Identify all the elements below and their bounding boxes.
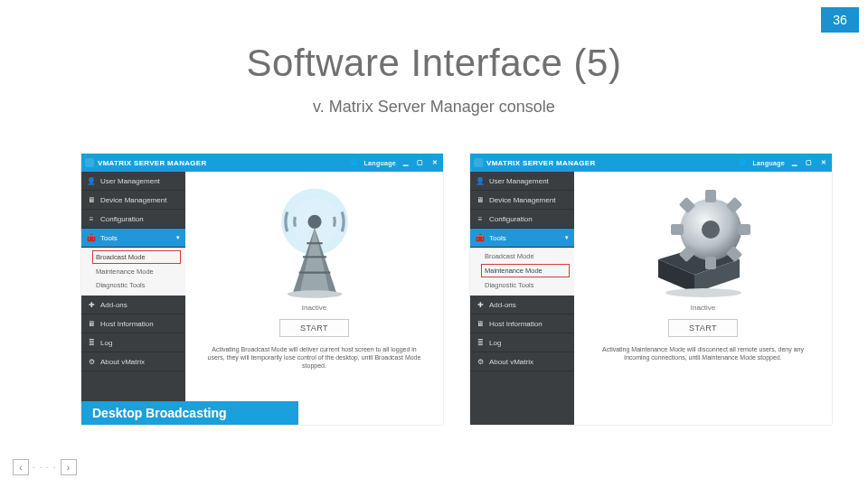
language-label[interactable]: Language xyxy=(753,160,785,166)
broadcast-tower-illustration xyxy=(247,183,382,300)
panel-caption: Desktop Broadcasting xyxy=(81,401,298,425)
submenu-diagnostic-tools[interactable]: Diagnostic Tools xyxy=(81,278,185,292)
sidebar-item-addons[interactable]: ✚Add-ons xyxy=(81,296,185,314)
submenu-maintenance-mode[interactable]: Maintenance Mode xyxy=(81,265,185,278)
page-number-badge: 36 xyxy=(821,7,859,33)
window-titlebar: VMATRIX SERVER MANAGER 🌐 Language ▁ ▢ ✕ xyxy=(81,154,443,172)
sidebar-item-addons[interactable]: ✚Add-ons xyxy=(470,296,574,314)
submenu-broadcast-mode[interactable]: Broadcast Mode xyxy=(92,250,181,264)
panel-broadcast: VMATRIX SERVER MANAGER 🌐 Language ▁ ▢ ✕ … xyxy=(81,154,443,425)
sidebar-item-label: Host Information xyxy=(489,320,542,328)
sidebar-item-configuration[interactable]: ≡Configuration xyxy=(470,210,574,229)
sliders-icon: ≡ xyxy=(476,214,485,223)
sidebar-item-user-management[interactable]: 👤User Management xyxy=(470,172,574,191)
language-label[interactable]: Language xyxy=(364,160,396,166)
description-text: Activating Maintenance Mode will disconn… xyxy=(583,346,823,362)
sidebar-item-device-management[interactable]: 🖥Device Management xyxy=(81,191,185,210)
close-icon[interactable]: ✕ xyxy=(430,158,439,167)
svg-point-2 xyxy=(307,215,321,229)
panel-row: VMATRIX SERVER MANAGER 🌐 Language ▁ ▢ ✕ … xyxy=(81,154,832,425)
close-icon[interactable]: ✕ xyxy=(819,158,828,167)
app-logo-icon xyxy=(474,158,483,167)
titlebar-controls: 🌐 Language ▁ ▢ ✕ xyxy=(350,158,439,167)
submenu-broadcast-mode[interactable]: Broadcast Mode xyxy=(470,249,574,263)
sidebar-item-user-management[interactable]: 👤User Management xyxy=(81,172,185,191)
svg-rect-15 xyxy=(738,224,750,235)
prev-slide-button[interactable]: ‹ xyxy=(13,459,29,475)
device-icon: 🖥 xyxy=(87,195,96,204)
sidebar-item-label: Tools xyxy=(489,234,506,242)
sidebar-item-tools[interactable]: 🧰Tools▾ xyxy=(470,229,574,248)
sidebar-item-log[interactable]: ≣Log xyxy=(470,333,574,352)
minimize-icon[interactable]: ▁ xyxy=(790,158,799,167)
slide-nav: ‹ - - - - › xyxy=(13,459,77,475)
sidebar-item-label: Device Management xyxy=(100,196,166,204)
sidebar-item-label: Configuration xyxy=(100,215,144,223)
status-text: Inactive xyxy=(691,304,716,312)
list-icon: ≣ xyxy=(87,338,96,347)
titlebar-controls: 🌐 Language ▁ ▢ ✕ xyxy=(739,158,828,167)
user-icon: 👤 xyxy=(87,176,96,185)
monitor-icon: 🖥 xyxy=(87,319,96,328)
user-icon: 👤 xyxy=(476,176,485,185)
panel-maintenance: VMATRIX SERVER MANAGER 🌐 Language ▁ ▢ ✕ … xyxy=(470,154,832,425)
app-title: VMATRIX SERVER MANAGER xyxy=(486,159,596,167)
app-title: VMATRIX SERVER MANAGER xyxy=(98,159,207,167)
sidebar-item-label: Tools xyxy=(100,234,118,242)
sidebar-item-about[interactable]: ⚙About vMatrix xyxy=(470,352,574,371)
sidebar-item-about[interactable]: ⚙About vMatrix xyxy=(81,352,185,371)
svg-rect-14 xyxy=(705,257,716,269)
submenu-diagnostic-tools[interactable]: Diagnostic Tools xyxy=(470,278,574,292)
sidebar: 👤User Management 🖥Device Management ≡Con… xyxy=(470,172,574,425)
sidebar-submenu-tools: Broadcast Mode Maintenance Mode Diagnost… xyxy=(81,248,185,296)
sidebar-item-label: About vMatrix xyxy=(100,358,145,366)
svg-rect-13 xyxy=(705,190,716,202)
plus-icon: ✚ xyxy=(476,300,485,309)
start-button[interactable]: START xyxy=(279,319,349,337)
content-area: Inactive START Activating Broadcast Mode… xyxy=(185,172,443,425)
sidebar-item-label: About vMatrix xyxy=(489,358,533,366)
sidebar-item-tools[interactable]: 🧰Tools▾ xyxy=(81,229,185,248)
sidebar-item-label: User Management xyxy=(489,177,549,185)
slide-subtitle: v. Matrix Server Manager console xyxy=(0,98,868,117)
sidebar-item-configuration[interactable]: ≡Configuration xyxy=(81,210,185,229)
monitor-icon: 🖥 xyxy=(476,319,485,328)
slide-title: Software Interface (5) xyxy=(0,42,868,85)
toolbox-icon: 🧰 xyxy=(476,233,485,242)
nav-dots: - - - - xyxy=(33,463,57,472)
toolbox-icon: 🧰 xyxy=(87,233,96,242)
gear-icon: ⚙ xyxy=(87,357,96,366)
sidebar-item-label: Add-ons xyxy=(489,301,516,309)
svg-rect-16 xyxy=(671,224,684,235)
svg-point-8 xyxy=(287,290,342,298)
gear-icon: ⚙ xyxy=(476,357,485,366)
chevron-down-icon: ▾ xyxy=(565,234,569,241)
sidebar-item-label: Log xyxy=(100,339,112,347)
maximize-icon[interactable]: ▢ xyxy=(416,158,425,167)
maintenance-gear-illustration xyxy=(636,183,771,300)
chevron-down-icon: ▾ xyxy=(176,234,180,241)
maximize-icon[interactable]: ▢ xyxy=(805,158,814,167)
sidebar-item-label: Device Management xyxy=(489,196,555,204)
status-text: Inactive xyxy=(302,304,327,312)
minimize-icon[interactable]: ▁ xyxy=(401,158,410,167)
submenu-maintenance-mode[interactable]: Maintenance Mode xyxy=(481,264,570,277)
sidebar-submenu-tools: Broadcast Mode Maintenance Mode Diagnost… xyxy=(470,248,574,296)
device-icon: 🖥 xyxy=(476,195,485,204)
globe-icon: 🌐 xyxy=(739,159,747,166)
app-logo-icon xyxy=(85,158,94,167)
sidebar-item-host-info[interactable]: 🖥Host Information xyxy=(470,314,574,333)
globe-icon: 🌐 xyxy=(350,159,358,166)
sidebar-item-label: Host Information xyxy=(100,320,154,328)
next-slide-button[interactable]: › xyxy=(61,459,77,475)
window-titlebar: VMATRIX SERVER MANAGER 🌐 Language ▁ ▢ ✕ xyxy=(470,154,832,172)
sidebar-item-log[interactable]: ≣Log xyxy=(81,333,185,352)
svg-point-21 xyxy=(702,221,720,239)
sidebar-item-device-management[interactable]: 🖥Device Management xyxy=(470,191,574,210)
sidebar-item-host-info[interactable]: 🖥Host Information xyxy=(81,314,185,333)
sidebar-item-label: Configuration xyxy=(489,215,533,223)
slide: 36 Software Interface (5) v. Matrix Serv… xyxy=(0,0,868,488)
start-button[interactable]: START xyxy=(668,319,738,337)
description-text: Activating Broadcast Mode will deliver c… xyxy=(194,346,434,370)
list-icon: ≣ xyxy=(476,338,485,347)
